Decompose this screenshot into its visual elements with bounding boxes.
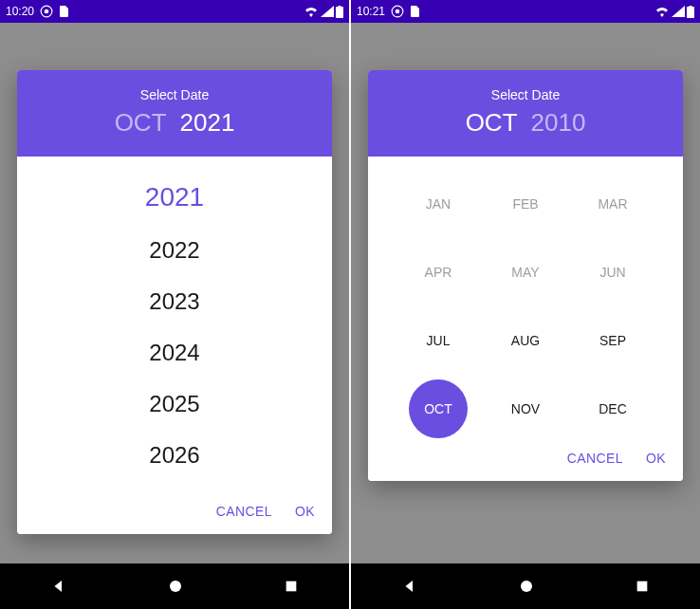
home-icon[interactable] (167, 578, 184, 595)
year-list[interactable]: 202120222023202420252026 (17, 157, 332, 490)
status-bar: 10:21 (351, 0, 700, 23)
battery-icon (687, 6, 694, 18)
signal-icon (321, 6, 334, 17)
svg-rect-9 (690, 6, 692, 8)
circle-dot-icon (40, 5, 53, 18)
month-option[interactable]: NOV (482, 399, 569, 418)
recent-icon[interactable] (284, 579, 299, 594)
month-option[interactable]: OCT (395, 399, 482, 418)
month-option[interactable]: MAY (482, 263, 569, 282)
back-icon[interactable] (401, 578, 418, 595)
status-time: 10:21 (357, 5, 385, 18)
battery-icon (336, 6, 343, 18)
status-time: 10:20 (6, 5, 34, 18)
navigation-bar (351, 563, 700, 609)
dialog-actions: CANCEL OK (368, 437, 683, 481)
signal-icon (672, 6, 685, 17)
svg-point-4 (170, 581, 181, 592)
dialog-backdrop[interactable]: Select Date OCT 2021 2021202220232024202… (0, 23, 349, 563)
month-grid[interactable]: JANFEBMARAPRMAYJUNJULAUGSEPOCTNOVDEC (368, 157, 683, 437)
recent-icon[interactable] (635, 579, 650, 594)
svg-point-7 (396, 9, 400, 14)
month-option[interactable]: SEP (569, 331, 656, 350)
svg-rect-11 (637, 581, 648, 592)
year-option[interactable]: 2025 (17, 378, 332, 430)
dialog-header: Select Date OCT 2010 (368, 70, 683, 157)
phone-left: 10:20 Select Date OCT (0, 0, 349, 609)
svg-point-10 (521, 581, 532, 592)
header-month[interactable]: OCT (466, 108, 518, 138)
header-month[interactable]: OCT (115, 108, 167, 138)
navigation-bar (0, 563, 349, 609)
dialog-header: Select Date OCT 2021 (17, 70, 332, 157)
phone-right: 10:21 Select Date OCT (351, 0, 700, 609)
dialog-backdrop[interactable]: Select Date OCT 2010 JANFEBMARAPRMAYJUNJ… (351, 23, 700, 563)
header-title: Select Date (17, 87, 332, 102)
sim-icon (59, 6, 68, 17)
month-option[interactable]: JUL (395, 331, 482, 350)
month-option[interactable]: JUN (569, 263, 656, 282)
dialog-actions: CANCEL OK (17, 490, 332, 534)
year-option[interactable]: 2026 (17, 430, 332, 481)
month-option[interactable]: DEC (569, 399, 656, 418)
month-option[interactable]: MAR (569, 194, 656, 213)
ok-button[interactable]: OK (295, 504, 315, 519)
ok-button[interactable]: OK (646, 451, 666, 466)
year-option[interactable]: 2021 (17, 170, 332, 225)
date-picker-dialog: Select Date OCT 2021 2021202220232024202… (17, 70, 332, 534)
date-picker-dialog: Select Date OCT 2010 JANFEBMARAPRMAYJUNJ… (368, 70, 683, 481)
svg-rect-5 (286, 581, 297, 592)
status-bar: 10:20 (0, 0, 349, 23)
year-option[interactable]: 2024 (17, 327, 332, 378)
month-option[interactable]: AUG (482, 331, 569, 350)
year-option[interactable]: 2023 (17, 276, 332, 327)
svg-rect-8 (687, 7, 694, 18)
cancel-button[interactable]: CANCEL (567, 451, 623, 466)
month-option[interactable]: FEB (482, 194, 569, 213)
month-option[interactable]: JAN (395, 194, 482, 213)
wifi-icon (304, 6, 319, 17)
home-icon[interactable] (518, 578, 535, 595)
sim-icon (410, 6, 419, 17)
month-option[interactable]: APR (395, 263, 482, 282)
header-year[interactable]: 2021 (180, 108, 235, 138)
svg-rect-3 (339, 6, 341, 8)
wifi-icon (654, 6, 670, 17)
header-title: Select Date (368, 87, 683, 102)
year-option[interactable]: 2022 (17, 225, 332, 276)
back-icon[interactable] (50, 578, 67, 595)
svg-rect-2 (336, 7, 343, 18)
circle-dot-icon (391, 5, 404, 18)
cancel-button[interactable]: CANCEL (216, 504, 272, 519)
header-year[interactable]: 2010 (531, 108, 586, 138)
svg-point-1 (45, 9, 49, 14)
